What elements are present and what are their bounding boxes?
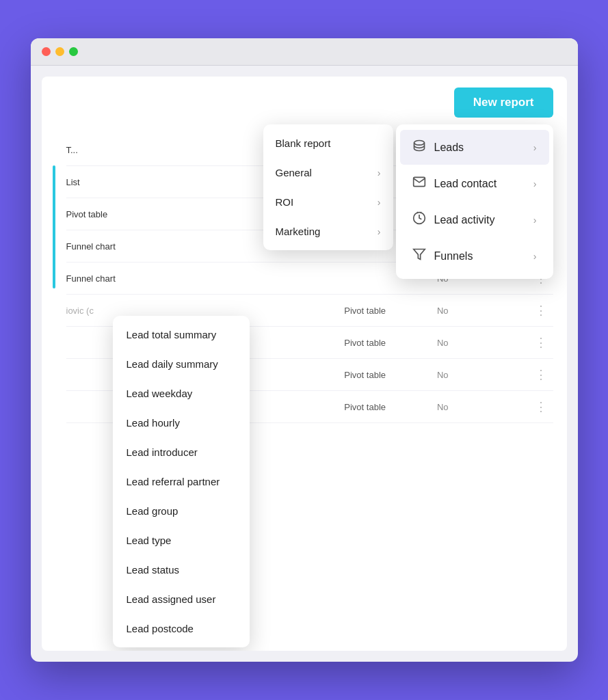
menu-item-lead-activity[interactable]: Lead activity ›: [400, 202, 549, 237]
menu-item-lead-weekday[interactable]: Lead weekday: [113, 379, 250, 408]
menu-item-lead-postcode[interactable]: Lead postcode: [113, 614, 250, 643]
leads-submenu: Lead total summary Lead daily summary Le…: [113, 316, 250, 647]
menu-item-lead-group[interactable]: Lead group: [113, 496, 250, 526]
menu-item-lead-introducer[interactable]: Lead introducer: [113, 438, 250, 467]
menu-item-blank-report[interactable]: Blank report: [263, 129, 393, 158]
report-category-menu: Leads › Lead contact: [396, 124, 553, 279]
minimize-button[interactable]: [55, 47, 64, 56]
browser-titlebar: [31, 38, 578, 66]
new-report-button[interactable]: New report: [454, 88, 553, 118]
blue-accent-bar: [53, 165, 55, 288]
menu-item-lead-referral-partner[interactable]: Lead referral partner: [113, 467, 250, 496]
browser-content: New report T... No ⋮ List No ⋮ Pivot tab…: [42, 77, 567, 651]
svg-point-0: [414, 141, 424, 146]
menu-item-general[interactable]: General ›: [263, 158, 393, 187]
chevron-right-icon: ›: [533, 251, 537, 262]
traffic-lights: [42, 47, 78, 56]
menu-item-lead-total-summary[interactable]: Lead total summary: [113, 320, 250, 349]
report-type-menu: Blank report General › ROI › Marketing ›: [263, 124, 393, 250]
chevron-right-icon: ›: [378, 226, 381, 237]
svg-marker-2: [413, 250, 425, 260]
maximize-button[interactable]: [69, 47, 78, 56]
menu-item-marketing[interactable]: Marketing ›: [263, 217, 393, 246]
leads-icon: [412, 139, 426, 156]
funnels-icon: [412, 247, 426, 265]
row-menu-button[interactable]: ⋮: [529, 303, 553, 318]
chevron-right-icon: ›: [533, 142, 537, 153]
close-button[interactable]: [42, 47, 51, 56]
row-menu-button[interactable]: ⋮: [529, 399, 553, 414]
browser-window: New report T... No ⋮ List No ⋮ Pivot tab…: [31, 38, 578, 662]
menu-item-lead-assigned-user[interactable]: Lead assigned user: [113, 584, 250, 614]
lead-contact-icon: [412, 175, 426, 192]
row-menu-button[interactable]: ⋮: [529, 335, 553, 350]
row-menu-button[interactable]: ⋮: [529, 367, 553, 382]
top-toolbar: New report: [42, 77, 567, 123]
lead-activity-icon: [412, 211, 426, 228]
menus-container: Lead total summary Lead daily summary Le…: [263, 124, 553, 279]
menu-item-lead-contact[interactable]: Lead contact ›: [400, 166, 549, 201]
menu-item-lead-daily-summary[interactable]: Lead daily summary: [113, 349, 250, 379]
menu-item-leads[interactable]: Leads ›: [400, 130, 549, 165]
chevron-right-icon: ›: [378, 167, 381, 178]
chevron-right-icon: ›: [378, 197, 381, 208]
menu-item-lead-status[interactable]: Lead status: [113, 555, 250, 584]
menu-item-roi[interactable]: ROI ›: [263, 187, 393, 217]
chevron-right-icon: ›: [533, 178, 537, 189]
chevron-right-icon: ›: [533, 215, 537, 226]
menu-item-funnels[interactable]: Funnels ›: [400, 239, 549, 273]
menu-item-lead-hourly[interactable]: Lead hourly: [113, 408, 250, 438]
menu-item-lead-type[interactable]: Lead type: [113, 526, 250, 555]
menus-row: Lead total summary Lead daily summary Le…: [263, 124, 553, 279]
